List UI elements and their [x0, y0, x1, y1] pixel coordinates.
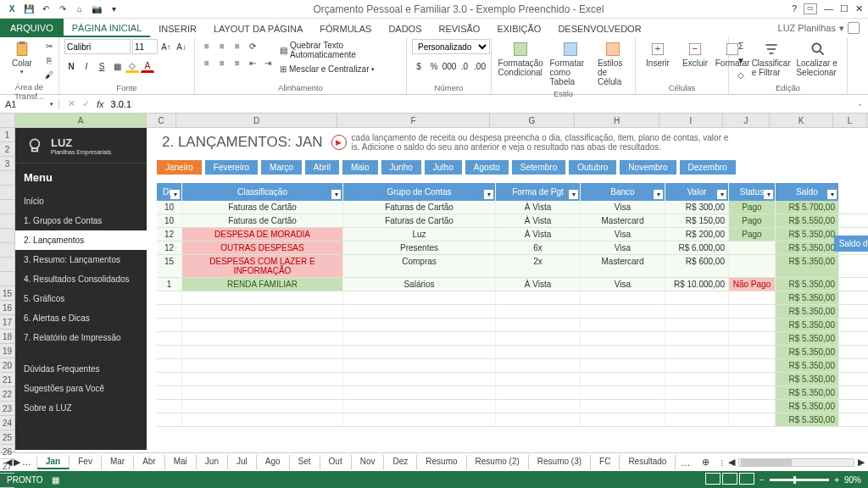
- cell[interactable]: R$ 5.700,00: [776, 201, 839, 214]
- cell[interactable]: [182, 291, 343, 304]
- row-[interactable]: [0, 186, 14, 200]
- insert-cells-button[interactable]: +Inserir: [641, 39, 675, 69]
- cell[interactable]: [343, 305, 496, 318]
- decrease-decimal-icon[interactable]: .00: [473, 59, 487, 73]
- cell[interactable]: [729, 241, 776, 254]
- comma-format-icon[interactable]: 000: [442, 59, 456, 73]
- cell[interactable]: [157, 332, 182, 345]
- name-box[interactable]: A1▾: [0, 99, 59, 109]
- month-junho[interactable]: Junho: [381, 160, 421, 175]
- sidebar-item-4[interactable]: 4. Resultados Consolidados: [15, 269, 147, 289]
- tab-scroll-right-icon[interactable]: ▶: [14, 457, 20, 468]
- row-22[interactable]: 22: [0, 387, 14, 402]
- fx-icon[interactable]: fx: [97, 99, 104, 109]
- cell[interactable]: Visa: [581, 241, 665, 254]
- sidebar-extra-1[interactable]: Sugestões para Você: [15, 379, 147, 398]
- col-I[interactable]: I: [659, 114, 723, 127]
- saldo-anterior-label[interactable]: Saldo do A: [834, 236, 868, 252]
- clear-icon[interactable]: ◇: [734, 68, 748, 81]
- cell[interactable]: [157, 346, 182, 358]
- cell[interactable]: [581, 386, 665, 399]
- month-outubro[interactable]: Outubro: [569, 160, 616, 175]
- cell[interactable]: [729, 332, 776, 345]
- home-icon[interactable]: ⌂: [73, 3, 86, 16]
- format-painter-icon[interactable]: 🖌: [42, 68, 56, 81]
- sidebar-item-1[interactable]: 1. Grupos de Contas: [15, 211, 147, 230]
- undo-icon[interactable]: ↶: [39, 3, 53, 16]
- month-novembro[interactable]: Novembro: [620, 160, 676, 175]
- fill-color-icon[interactable]: ◇: [125, 59, 139, 73]
- cell[interactable]: 10: [157, 214, 182, 227]
- cell[interactable]: R$ 5.350,00: [776, 400, 839, 413]
- month-janeiro[interactable]: Janeiro: [157, 160, 202, 175]
- ribbon-tab-revisão[interactable]: REVISÃO: [431, 19, 489, 37]
- cell[interactable]: [182, 359, 343, 372]
- cell[interactable]: R$ 150,00: [665, 214, 729, 227]
- row-23[interactable]: 23: [0, 402, 14, 416]
- cell[interactable]: [343, 413, 496, 426]
- cell[interactable]: OUTRAS DESPESAS: [182, 241, 343, 254]
- row-19[interactable]: 19: [0, 344, 14, 358]
- cell[interactable]: [496, 400, 581, 413]
- cell[interactable]: [665, 291, 729, 304]
- cell[interactable]: 2x: [496, 255, 581, 277]
- paste-button[interactable]: Colar ▾: [5, 39, 39, 77]
- cell[interactable]: Compras: [343, 255, 496, 277]
- hscroll-thumb[interactable]: [741, 459, 792, 466]
- font-size-select[interactable]: [132, 39, 158, 54]
- enter-formula-icon[interactable]: ✓: [82, 98, 90, 109]
- row-3[interactable]: 3: [0, 157, 14, 171]
- th-classificação[interactable]: Classificação▾: [182, 183, 343, 201]
- cell[interactable]: [182, 400, 343, 413]
- sidebar-item-6[interactable]: 6. Alertas e Dicas: [15, 308, 147, 328]
- th-forma-de-pgt[interactable]: Forma de Pgt▾: [496, 183, 581, 201]
- cell[interactable]: R$ 5.350,00: [776, 319, 839, 331]
- cell[interactable]: Salários: [343, 278, 496, 291]
- camera-icon[interactable]: 📷: [90, 3, 103, 16]
- month-agosto[interactable]: Agosto: [465, 160, 509, 175]
- cell[interactable]: [665, 319, 729, 331]
- cell[interactable]: [343, 319, 496, 331]
- cell[interactable]: [343, 386, 496, 399]
- decrease-font-icon[interactable]: A↓: [175, 40, 188, 53]
- wrap-text-button[interactable]: ▤Quebrar Texto Automaticamente: [278, 39, 401, 61]
- ribbon-tab-desenvolvedor[interactable]: DESENVOLVEDOR: [549, 19, 649, 37]
- cell[interactable]: R$ 5.350,00: [776, 386, 839, 399]
- sort-filter-button[interactable]: Classificar e Filtrar: [751, 39, 791, 79]
- cell[interactable]: R$ 600,00: [665, 255, 729, 277]
- cell[interactable]: Presentes: [343, 241, 496, 254]
- sidebar-item-5[interactable]: 5. Gráficos: [15, 289, 147, 308]
- cell[interactable]: [729, 255, 776, 277]
- row-1[interactable]: 1: [0, 128, 14, 142]
- cell[interactable]: À Vista: [496, 278, 581, 291]
- cell[interactable]: [665, 332, 729, 345]
- col-A[interactable]: A: [15, 114, 147, 127]
- cancel-formula-icon[interactable]: ✕: [68, 98, 75, 109]
- cell[interactable]: [665, 400, 729, 413]
- cell[interactable]: 12: [157, 228, 182, 241]
- cell[interactable]: [665, 386, 729, 399]
- sheet-tab-nov[interactable]: Nov: [352, 455, 385, 469]
- cell[interactable]: 15: [157, 255, 182, 277]
- ribbon-options-icon[interactable]: ▭: [804, 3, 817, 14]
- month-setembro[interactable]: Setembro: [512, 160, 565, 175]
- redo-icon[interactable]: ↷: [56, 3, 70, 16]
- cell[interactable]: Não Pago: [729, 278, 776, 291]
- cell[interactable]: R$ 5.350,00: [776, 278, 839, 291]
- sheet-tab-set[interactable]: Set: [290, 455, 320, 469]
- cell[interactable]: [581, 332, 665, 345]
- accounting-format-icon[interactable]: $: [412, 59, 426, 73]
- sheet-tab-mar[interactable]: Mar: [102, 455, 134, 469]
- cell[interactable]: R$ 5.350,00: [776, 228, 839, 241]
- cell[interactable]: [665, 413, 729, 426]
- ribbon-tab-exibição[interactable]: EXIBIÇÃO: [488, 19, 549, 37]
- cell[interactable]: [343, 373, 496, 385]
- cell[interactable]: RENDA FAMILIAR: [182, 278, 343, 291]
- th-banco[interactable]: Banco▾: [581, 183, 665, 201]
- cell[interactable]: [581, 400, 665, 413]
- decrease-indent-icon[interactable]: ⇤: [246, 56, 259, 69]
- ribbon-tab-fórmulas[interactable]: FÓRMULAS: [311, 19, 380, 37]
- row-20[interactable]: 20: [0, 358, 14, 373]
- sheet-tab-resumo-2-[interactable]: Resumo (2): [467, 455, 529, 469]
- row-17[interactable]: 17: [0, 315, 14, 330]
